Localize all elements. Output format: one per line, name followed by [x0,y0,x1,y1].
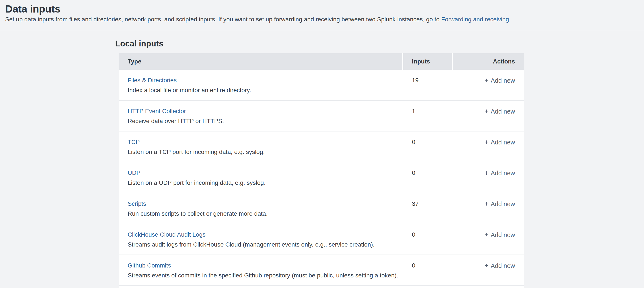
input-type-link[interactable]: Files & Directories [128,77,177,84]
inputs-count: 1 [412,108,416,114]
actions-cell: +Add new [453,169,524,186]
table-row: ClickHouse Cloud Audit Logs Streams audi… [119,224,524,255]
type-cell: Scripts Run custom scripts to collect or… [119,200,403,217]
add-new-link[interactable]: +Add new [484,262,515,269]
type-cell: TCP Listen on a TCP port for incoming da… [119,139,403,155]
table-row: HTTP Event Collector Receive data over H… [119,101,524,131]
column-header-inputs: Inputs [403,53,452,70]
inputs-cell: 0 [403,262,453,279]
type-cell: ClickHouse Cloud Audit Logs Streams audi… [119,231,403,248]
plus-icon: + [484,76,488,84]
inputs-cell: 0 [403,231,453,248]
add-new-label: Add new [491,170,515,177]
add-new-label: Add new [491,201,515,207]
type-cell: Github Commits Streams events of commits… [119,262,403,279]
plus-icon: + [484,231,488,238]
add-new-link[interactable]: +Add new [484,139,515,146]
inputs-count: 37 [412,200,418,207]
type-cell: Files & Directories Index a local file o… [119,77,403,94]
inputs-cell: 19 [403,77,453,94]
add-new-link[interactable]: +Add new [484,201,515,207]
input-type-description: Listen on a TCP port for incoming data, … [128,149,403,155]
input-type-description: Receive data over HTTP or HTTPS. [128,118,403,125]
subtitle-text: Set up data inputs from files and direct… [5,16,441,23]
add-new-label: Add new [491,139,515,146]
subtitle-period: . [509,16,511,23]
add-new-link[interactable]: +Add new [484,77,515,84]
input-type-link[interactable]: ClickHouse Cloud Audit Logs [128,231,206,238]
table-row: TCP Listen on a TCP port for incoming da… [119,131,524,162]
table-row: Scripts Run custom scripts to collect or… [119,193,524,224]
add-new-label: Add new [491,262,515,269]
input-type-link[interactable]: Github Commits [128,262,171,269]
table-body: Files & Directories Index a local file o… [119,70,524,286]
actions-cell: +Add new [453,200,524,217]
plus-icon: + [484,262,488,269]
page-title: Data inputs [5,3,638,15]
local-inputs-section: Local inputs Type Inputs Actions Files &… [0,31,644,288]
input-type-description: Listen on a UDP port for incoming data, … [128,179,403,186]
actions-cell: +Add new [453,108,524,125]
input-type-link[interactable]: Scripts [128,200,146,207]
add-new-label: Add new [491,231,515,238]
column-header-actions: Actions [453,53,524,70]
section-heading: Local inputs [115,39,644,48]
add-new-link[interactable]: +Add new [484,108,515,115]
type-cell: HTTP Event Collector Receive data over H… [119,108,403,125]
inputs-cell: 0 [403,139,453,155]
inputs-count: 0 [412,169,416,176]
table-row: Github Commits Streams events of commits… [119,255,524,286]
type-cell: UDP Listen on a UDP port for incoming da… [119,169,403,186]
plus-icon: + [484,200,488,208]
add-new-label: Add new [491,108,515,115]
input-type-link[interactable]: HTTP Event Collector [128,108,186,115]
actions-cell: +Add new [453,262,524,279]
add-new-link[interactable]: +Add new [484,231,515,238]
inputs-count: 0 [412,139,416,145]
input-type-description: Run custom scripts to collect or generat… [128,210,403,217]
input-type-link[interactable]: TCP [128,139,140,146]
inputs-cell: 1 [403,108,453,125]
input-type-description: Streams events of commits in the specifi… [128,272,403,279]
inputs-count: 0 [412,231,416,238]
inputs-cell: 0 [403,169,453,186]
input-type-link[interactable]: UDP [128,169,140,176]
plus-icon: + [484,107,488,115]
input-type-description: Streams audit logs from ClickHouse Cloud… [128,241,403,248]
inputs-count: 19 [412,77,418,84]
table-row: Files & Directories Index a local file o… [119,70,524,101]
forwarding-and-receiving-link[interactable]: Forwarding and receiving [441,16,509,23]
actions-cell: +Add new [453,139,524,155]
input-type-description: Index a local file or monitor an entire … [128,87,403,94]
add-new-link[interactable]: +Add new [484,170,515,177]
inputs-count: 0 [412,262,416,269]
inputs-cell: 37 [403,200,453,217]
local-inputs-table: Type Inputs Actions Files & Directories … [119,53,524,288]
table-header-row: Type Inputs Actions [119,53,524,70]
column-header-type: Type [119,53,402,70]
table-row: UDP Listen on a UDP port for incoming da… [119,162,524,193]
plus-icon: + [484,169,488,177]
table-row-partial [119,286,524,288]
page-subtitle: Set up data inputs from files and direct… [5,16,638,23]
add-new-label: Add new [491,77,515,84]
actions-cell: +Add new [453,231,524,248]
page-header: Data inputs Set up data inputs from file… [0,0,644,31]
actions-cell: +Add new [453,77,524,94]
plus-icon: + [484,138,488,146]
